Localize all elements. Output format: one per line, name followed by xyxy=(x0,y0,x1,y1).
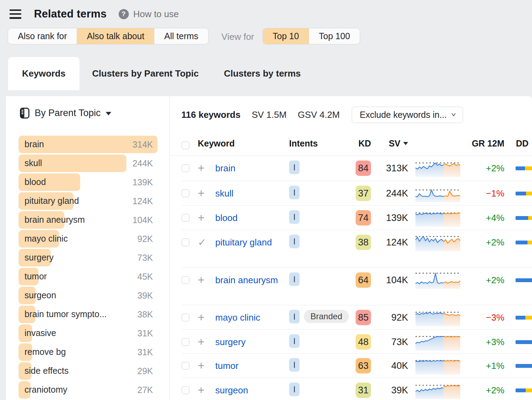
keyword-link[interactable]: brain xyxy=(215,162,236,174)
keyword-link[interactable]: skull xyxy=(215,187,233,200)
keyword-link[interactable]: brain aneurysm xyxy=(215,274,278,286)
sv-sparkline xyxy=(408,181,460,203)
topic-bar-item[interactable]: remove bg31K xyxy=(19,343,153,362)
add-keyword-button[interactable]: + xyxy=(198,359,204,372)
kd-badge: 64 xyxy=(356,272,371,288)
table-row: +brainI84313K+2% xyxy=(182,156,532,181)
add-keyword-button[interactable]: + xyxy=(198,273,204,286)
keyword-link[interactable]: surgery xyxy=(215,336,246,348)
row-checkbox[interactable] xyxy=(182,386,189,394)
topic-bar-item[interactable]: mayo clinic92K xyxy=(19,230,153,249)
tab-keywords[interactable]: Keywords xyxy=(8,57,79,90)
dd-blue-segment xyxy=(516,388,526,392)
row-checkbox[interactable] xyxy=(182,362,189,370)
dd-blue-segment xyxy=(516,216,528,220)
term-filter-group: Also rank forAlso talk aboutAll terms xyxy=(8,28,209,44)
sv-value: 39K xyxy=(371,378,408,397)
view-filter-option[interactable]: Top 100 xyxy=(309,28,360,44)
select-all-checkbox[interactable] xyxy=(182,142,189,149)
table-row: +bloodI74139K+4% xyxy=(182,206,532,230)
term-filter-option[interactable]: Also talk about xyxy=(77,28,154,44)
table-row: +surgeryI4873K+3% xyxy=(182,330,532,353)
kd-badge: 85 xyxy=(356,310,371,325)
sv-value: 244K xyxy=(371,181,408,200)
gr-value: +1% xyxy=(460,353,504,372)
topic-bar-item[interactable]: skull244K xyxy=(19,155,153,173)
tab-clusters-by-parent-topic[interactable]: Clusters by Parent Topic xyxy=(79,57,211,90)
add-keyword-button[interactable]: + xyxy=(198,162,204,174)
intent-badge: I xyxy=(289,272,300,286)
row-checkbox[interactable] xyxy=(182,214,189,222)
sv-sparkline xyxy=(408,230,460,252)
keyword-link[interactable]: pituitary gland xyxy=(215,236,272,249)
topic-bar-item[interactable]: invasive31K xyxy=(19,324,153,343)
kd-badge: 63 xyxy=(356,358,371,373)
add-keyword-button[interactable]: + xyxy=(198,384,204,397)
row-checkbox[interactable] xyxy=(182,276,189,284)
keyword-link[interactable]: tumor xyxy=(215,359,238,372)
add-keyword-button[interactable]: + xyxy=(198,335,204,348)
gr-value: +2% xyxy=(460,268,504,286)
column-header-keyword[interactable]: Keyword xyxy=(198,136,289,156)
column-header-sv[interactable]: SV xyxy=(371,136,408,156)
topic-bar-item[interactable]: pituitary gland124K xyxy=(19,192,153,211)
topic-bar-item[interactable]: surgeon39K xyxy=(19,287,153,306)
table-body: +brainI84313K+2%+skullI37244K−1%+bloodI7… xyxy=(182,156,532,400)
column-header-dd[interactable]: DD xyxy=(516,138,528,149)
gr-value: −3% xyxy=(460,305,504,324)
page-title: Related terms xyxy=(34,8,107,20)
parent-topic-selector[interactable]: By Parent Topic xyxy=(20,108,169,119)
add-keyword-button[interactable]: + xyxy=(198,187,204,200)
topic-value: 27K xyxy=(138,385,153,395)
column-header-intents[interactable]: Intents xyxy=(289,136,356,156)
topic-bar-item[interactable]: surgery73K xyxy=(19,249,153,268)
branded-badge: Branded xyxy=(304,310,349,323)
tab-clusters-by-terms[interactable]: Clusters by terms xyxy=(211,57,314,90)
topic-bar-item[interactable]: blood139K xyxy=(19,173,153,192)
row-checkbox[interactable] xyxy=(182,314,189,321)
gsv-total: GSV 4.2M xyxy=(298,109,340,120)
keyword-link[interactable]: mayo clinic xyxy=(215,311,260,324)
add-keyword-button[interactable]: + xyxy=(198,211,204,224)
topic-label: invasive xyxy=(24,328,56,338)
topic-value: 104K xyxy=(133,215,153,225)
topic-bar-item[interactable]: tumor45K xyxy=(19,268,153,287)
kd-badge: 37 xyxy=(356,186,371,201)
row-checkbox[interactable] xyxy=(182,338,189,346)
row-checkbox[interactable] xyxy=(182,190,189,197)
topic-list: brain314Kskull244Kblood139Kpituitary gla… xyxy=(19,136,153,400)
hamburger-menu-icon[interactable] xyxy=(9,9,21,19)
view-filter-option[interactable]: Top 10 xyxy=(263,28,309,44)
row-checkbox[interactable] xyxy=(182,238,189,246)
topic-value: 139K xyxy=(133,177,153,187)
view-filter-group: Top 10Top 100 xyxy=(262,28,360,44)
how-to-use-link[interactable]: ? How to use xyxy=(119,9,179,20)
keyword-link[interactable]: surgeon xyxy=(215,384,248,397)
topic-bar-item[interactable]: side effects29K xyxy=(19,362,153,381)
sv-value: 124K xyxy=(371,230,408,249)
table-row: +brain aneurysmI64104K+2% xyxy=(182,268,532,305)
exclude-keywords-dropdown[interactable]: Exclude keywords in... ˅ xyxy=(352,107,463,123)
row-checkbox[interactable] xyxy=(182,164,189,172)
column-header-gr[interactable]: GR 12M xyxy=(460,136,504,156)
keyword-link[interactable]: blood xyxy=(215,212,238,224)
topic-bar-item[interactable]: craniotomy27K xyxy=(19,381,153,400)
table-header-row: Keyword Intents KD SV GR 12M DD xyxy=(170,136,532,156)
topic-bar-item[interactable]: brain aneurysm104K xyxy=(19,211,153,230)
sort-desc-icon xyxy=(403,142,408,145)
dd-bar xyxy=(516,241,532,244)
term-filter-option[interactable]: Also rank for xyxy=(8,28,77,44)
topic-bar-item[interactable]: brain tumor sympto...38K xyxy=(19,306,153,324)
term-filter-option[interactable]: All terms xyxy=(154,28,208,44)
caret-down-icon xyxy=(106,112,111,115)
topic-bar-item[interactable]: brain314K xyxy=(19,136,153,155)
kd-badge: 31 xyxy=(356,383,371,398)
intent-badge: I xyxy=(289,310,300,323)
gr-value: +4% xyxy=(460,206,504,224)
add-keyword-button[interactable]: + xyxy=(198,311,204,324)
topic-value: 45K xyxy=(138,272,153,282)
keywords-count: 116 keywords xyxy=(181,109,240,120)
sv-total: SV 1.5M xyxy=(252,109,287,120)
table-row: ✓pituitary glandI38124K+2% xyxy=(182,230,532,268)
column-header-kd[interactable]: KD xyxy=(356,136,371,156)
